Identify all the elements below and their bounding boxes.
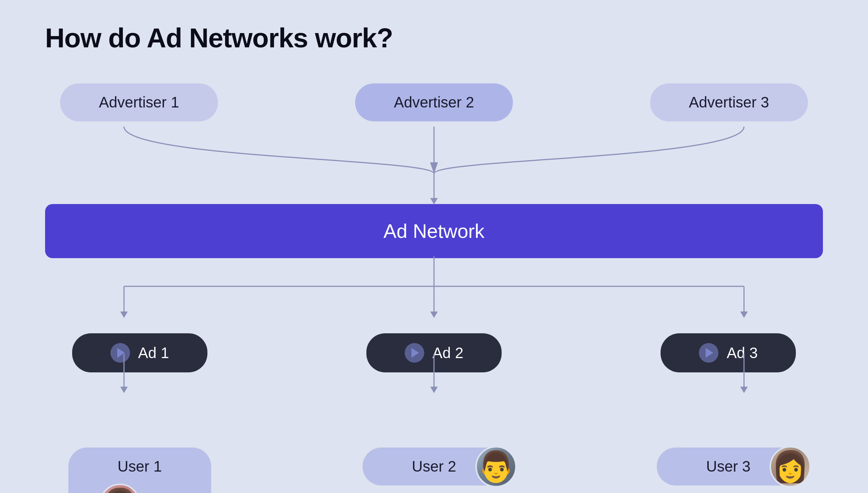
play-icon-1 (110, 343, 130, 363)
play-icon-2 (405, 343, 424, 363)
diagram: Advertiser 1 Advertiser 2 Advertiser 3 A… (45, 83, 823, 493)
avatar-2 (475, 446, 517, 487)
ad-3-column: Ad 3 User 3 (657, 333, 800, 493)
advertiser-3-pill: Advertiser 3 (650, 83, 808, 121)
user-3-pill: User 3 (657, 448, 800, 485)
advertisers-row: Advertiser 1 Advertiser 2 Advertiser 3 (45, 83, 823, 121)
page-container: How do Ad Networks work? (0, 0, 868, 493)
ad-3-pill: Ad 3 (661, 333, 796, 372)
play-icon-3 (699, 343, 718, 363)
avatar-1 (99, 484, 141, 493)
ad-network-box: Ad Network (45, 204, 823, 258)
advertiser-1-pill: Advertiser 1 (60, 83, 218, 121)
ads-row: Ad 1 User 1 Ad 2 User 2 (65, 333, 804, 493)
ad-1-pill: Ad 1 (72, 333, 207, 372)
ad-2-pill: Ad 2 (366, 333, 502, 372)
user-2-pill: User 2 (363, 448, 505, 485)
avatar-3 (770, 446, 811, 487)
ad-1-column: Ad 1 User 1 (68, 333, 211, 493)
page-title: How do Ad Networks work? (45, 23, 823, 53)
top-connector-spacer (45, 121, 823, 204)
user-1-pill: User 1 (68, 448, 211, 493)
advertiser-2-pill: Advertiser 2 (355, 83, 513, 121)
ad-2-column: Ad 2 User 2 (363, 333, 505, 493)
bottom-connector-spacer (45, 258, 823, 333)
